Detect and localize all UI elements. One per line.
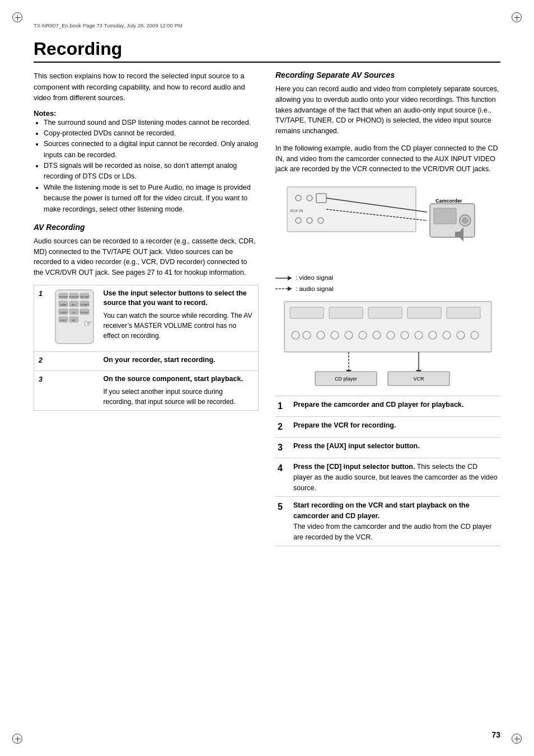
num-step-title-1: Prepare the camcorder and CD player for … [293, 401, 463, 408]
svg-text:CBL/SAT: CBL/SAT [79, 295, 89, 298]
note-item: The surround sound and DSP listening mod… [44, 118, 259, 128]
step-image-3 [50, 371, 99, 411]
step-number-2: 2 [34, 351, 50, 371]
numbered-steps: 1 Prepare the camcorder and CD player fo… [275, 396, 500, 546]
svg-rect-48 [407, 307, 441, 318]
svg-text:AUX: AUX [71, 303, 76, 306]
step-title-3: On the source component, start playback. [104, 374, 254, 384]
svg-text:☞: ☞ [83, 318, 92, 329]
intro-text: This section explains how to record the … [34, 71, 259, 104]
table-row: 2 On your recorder, start recording. [34, 351, 259, 371]
num-step-num-3: 3 [278, 441, 290, 454]
diagram-legend: : video signal : audio signal [275, 273, 500, 294]
step-body-3: If you select another input source durin… [104, 387, 254, 407]
step-title-1: Use the input selector buttons to select… [104, 289, 254, 308]
diagram-area: AUX IN Camcorder [275, 181, 500, 390]
table-row: 3 On the source component, start playbac… [34, 371, 259, 411]
audio-signal-label: : audio signal [296, 284, 334, 295]
num-step-num-2: 2 [278, 420, 290, 434]
num-step-num-5: 5 [278, 500, 290, 514]
corner-mark-br [512, 734, 522, 744]
camcorder-diagram-svg: AUX IN Camcorder [275, 181, 500, 271]
page-title: Recording [34, 39, 500, 63]
note-item: Sources connected to a digital input can… [44, 139, 259, 161]
svg-text:Camcorder: Camcorder [435, 198, 462, 204]
svg-text:NET: NET [72, 319, 77, 322]
num-step-text-1: Prepare the camcorder and CD player for … [293, 400, 498, 410]
corner-mark-tr [512, 12, 522, 22]
svg-marker-41 [288, 276, 292, 280]
num-step-row-3: 3 Press the [AUX] input selector button. [275, 438, 500, 458]
steps-table: 1 DVD/BD [34, 285, 259, 411]
step-image-2 [50, 351, 99, 371]
svg-text:VCR/DVR: VCR/DVR [68, 295, 78, 298]
note-item: While the listening mode is set to Pure … [44, 182, 259, 215]
audio-signal-legend: : audio signal [275, 284, 500, 295]
step-number-3: 3 [34, 371, 50, 411]
svg-text:AUX IN: AUX IN [290, 209, 303, 213]
svg-text:VCR: VCR [413, 376, 424, 382]
num-step-num-4: 4 [278, 462, 290, 475]
svg-rect-45 [290, 307, 324, 318]
rs-heading: Recording Separate AV Sources [275, 71, 500, 79]
num-step-text-3: Press the [AUX] input selector button. [293, 441, 498, 452]
num-step-title-3: Press the [AUX] input selector button. [293, 442, 420, 450]
page-number: 73 [491, 730, 500, 739]
num-step-body-5: The video from the camcorder and the aud… [293, 523, 491, 541]
notes-section: Notes: The surround sound and DSP listen… [34, 109, 259, 215]
svg-rect-46 [329, 307, 363, 318]
svg-text:PORT: PORT [60, 319, 67, 322]
svg-rect-35 [434, 208, 456, 224]
svg-rect-49 [447, 307, 480, 318]
num-step-num-1: 1 [278, 400, 290, 413]
av-recording-text: Audio sources can be recorded to a recor… [34, 236, 259, 278]
step-number-1: 1 [34, 285, 50, 351]
svg-rect-24 [287, 187, 416, 232]
num-step-text-4: Press the [CD] input selector button. Th… [293, 462, 498, 493]
left-column: This section explains how to record the … [34, 71, 259, 546]
num-step-row-1: 1 Prepare the camcorder and CD player fo… [275, 396, 500, 417]
num-step-row-5: 5 Start recording on the VCR and start p… [275, 497, 500, 546]
step-text-3: On the source component, start playback.… [99, 371, 259, 411]
svg-text:DVD/BD: DVD/BD [59, 295, 67, 298]
table-row: 1 DVD/BD [34, 285, 259, 351]
svg-text:GAME: GAME [60, 303, 67, 306]
right-column: Recording Separate AV Sources Here you c… [275, 71, 500, 546]
rs-text-1: Here you can record audio and video from… [275, 84, 500, 137]
svg-rect-47 [368, 307, 402, 318]
svg-marker-43 [288, 287, 292, 291]
svg-text:CD: CD [72, 311, 76, 314]
notes-label: Notes: [34, 109, 56, 118]
notes-list: The surround sound and DSP listening mod… [34, 118, 259, 215]
file-info: TX-NR807_En.book Page 73 Tuesday, July 2… [34, 22, 500, 29]
svg-point-37 [462, 218, 468, 223]
num-step-row-4: 4 Press the [CD] input selector button. … [275, 458, 500, 497]
receiver-diagram-svg: CD player VCR [275, 299, 500, 388]
video-signal-label: : video signal [296, 273, 333, 284]
step-text-2: On your recorder, start recording. [99, 351, 259, 371]
num-step-row-2: 2 Prepare the VCR for recording. [275, 417, 500, 438]
note-item: DTS signals will be recorded as noise, s… [44, 161, 259, 182]
svg-text:PHONO: PHONO [80, 311, 88, 314]
svg-text:TV/TAPE: TV/TAPE [79, 303, 89, 306]
step-body-1: You can watch the source while recording… [104, 311, 254, 341]
num-step-title-4: Press the [CD] input selector button. [293, 463, 415, 471]
corner-mark-bl [12, 734, 22, 744]
note-item: Copy-protected DVDs cannot be recorded. [44, 128, 259, 139]
remote-control-svg: DVD/BD VCR/DVR CBL/SAT GAME AUX TV/TAPE [54, 289, 95, 345]
num-step-text-2: Prepare the VCR for recording. [293, 420, 498, 431]
corner-mark-tl [12, 12, 22, 22]
num-step-title-5: Start recording on the VCR and start pla… [293, 501, 470, 520]
rs-text-2: In the following example, audio from the… [275, 143, 500, 175]
video-signal-legend: : video signal [275, 273, 500, 284]
svg-text:CD player: CD player [335, 376, 357, 382]
num-step-text-5: Start recording on the VCR and start pla… [293, 500, 498, 542]
step-image-1: DVD/BD VCR/DVR CBL/SAT GAME AUX TV/TAPE [50, 285, 99, 351]
av-recording-heading: AV Recording [34, 223, 259, 232]
step-title-2: On your recorder, start recording. [104, 355, 254, 365]
num-step-title-2: Prepare the VCR for recording. [293, 421, 396, 429]
svg-text:TUNER: TUNER [59, 311, 67, 314]
step-text-1: Use the input selector buttons to select… [99, 285, 259, 351]
